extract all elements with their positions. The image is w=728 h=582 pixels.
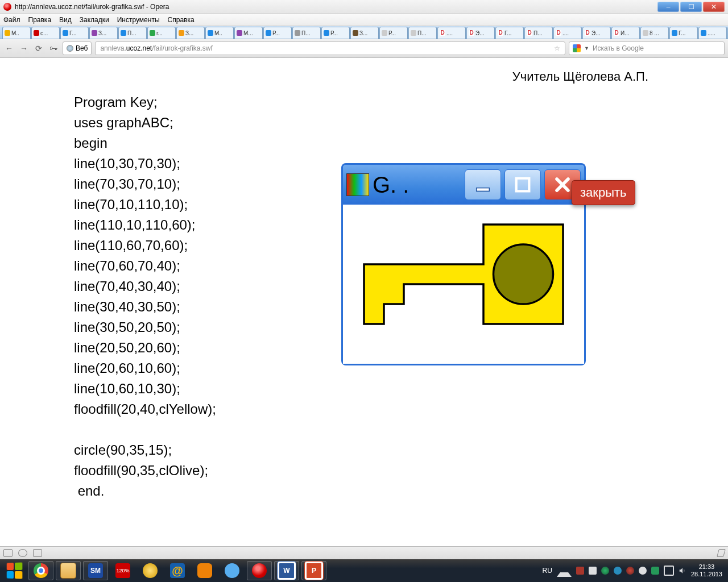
tab-label: Э... — [475, 30, 485, 36]
resize-grip-icon — [717, 549, 726, 557]
browser-tab[interactable]: Г... — [669, 27, 698, 39]
taskbar-opera[interactable] — [247, 561, 272, 580]
taskbar-word[interactable]: W — [274, 561, 299, 580]
window-minimize-button[interactable]: – — [657, 2, 679, 12]
tab-label: Г... — [504, 30, 512, 36]
bookmark-star-icon[interactable]: ☆ — [554, 44, 560, 52]
browser-tab[interactable]: M... — [234, 27, 263, 39]
nav-reload-button[interactable]: ⟳ — [33, 43, 44, 54]
search-placeholder: Искать в Google — [593, 44, 644, 52]
favicon-icon — [701, 30, 706, 36]
taskbar-ok[interactable] — [192, 561, 217, 580]
tray-green-icon[interactable] — [601, 567, 609, 575]
tray-agent-icon[interactable] — [614, 567, 622, 575]
start-button[interactable] — [2, 561, 26, 580]
nav-forward-button[interactable]: → — [18, 43, 30, 54]
browser-tab[interactable]: М.. — [2, 27, 31, 39]
zoom-icon[interactable] — [33, 549, 42, 557]
favicon-icon — [643, 30, 648, 36]
browser-tab[interactable]: ..... — [698, 27, 727, 39]
browser-tab[interactable]: Р... — [321, 27, 350, 39]
taskbar-chrome[interactable] — [28, 561, 53, 580]
favicon-icon — [63, 30, 68, 36]
graphics-minimize-button[interactable] — [465, 169, 501, 200]
menu-edit[interactable]: Правка — [28, 16, 52, 24]
tray-net-icon[interactable] — [664, 566, 674, 576]
browser-tab[interactable]: Р... — [263, 27, 292, 39]
browser-tab[interactable]: П... — [118, 27, 147, 39]
taskbar: SM 120% @ W P RU 21:33 28.11.2013 — [0, 559, 728, 582]
web-badge[interactable]: Веб — [63, 41, 92, 55]
tray-green2-icon[interactable] — [651, 567, 659, 575]
taskbar-app-2[interactable] — [138, 561, 163, 580]
taskbar-explorer[interactable] — [56, 561, 81, 580]
sync-icon[interactable] — [18, 549, 27, 557]
taskbar-app-3[interactable] — [220, 561, 245, 580]
browser-tab[interactable]: DЭ... — [582, 27, 611, 39]
favicon-icon — [382, 30, 387, 36]
taskbar-mailru[interactable]: @ — [165, 561, 190, 580]
browser-tab[interactable]: D.... — [437, 27, 466, 39]
nav-back-button[interactable]: ← — [3, 43, 15, 54]
browser-tab[interactable]: DГ... — [495, 27, 524, 39]
browser-tab[interactable]: П... — [408, 27, 437, 39]
browser-tab[interactable]: М.. — [205, 27, 234, 39]
browser-tab[interactable]: DИ... — [611, 27, 640, 39]
browser-tab[interactable]: П... — [292, 27, 321, 39]
tab-label: 8 ... — [650, 30, 659, 36]
tab-label: М.. — [11, 30, 19, 36]
browser-tab[interactable]: г... — [147, 27, 176, 39]
tab-label: Г... — [679, 30, 686, 36]
tray-shield-icon[interactable] — [576, 567, 584, 575]
url-prefix: annleva. — [100, 44, 126, 52]
browser-tab[interactable]: DЭ... — [466, 27, 495, 39]
menu-tools[interactable]: Инструменты — [117, 16, 160, 24]
graphics-window-title: G. . — [373, 172, 461, 198]
favicon-icon — [34, 30, 39, 36]
browser-tab[interactable]: Г... — [60, 27, 89, 39]
window-close-button[interactable]: ✕ — [703, 2, 725, 12]
tray-flag-icon[interactable] — [589, 567, 597, 575]
graphabc-icon — [346, 173, 369, 196]
opera-icon — [3, 3, 11, 11]
address-field[interactable]: annleva.ucoz.net/fail/urok-grafika.swf ☆ — [95, 41, 565, 55]
taskbar-sm[interactable]: SM — [83, 561, 108, 580]
graphics-maximize-button[interactable] — [504, 169, 541, 200]
taskbar-powerpoint[interactable]: P — [301, 561, 326, 580]
search-field[interactable]: ▼ Искать в Google — [569, 41, 725, 55]
browser-tab[interactable]: З... — [89, 27, 118, 39]
favicon-icon — [353, 30, 358, 36]
tray-clock[interactable]: 21:33 28.11.2013 — [691, 563, 722, 578]
tab-label: П... — [533, 30, 543, 36]
menu-view[interactable]: Вид — [59, 16, 72, 24]
tab-label: .... — [562, 30, 569, 36]
menu-bookmarks[interactable]: Закладки — [80, 16, 109, 24]
browser-tab[interactable]: DП... — [524, 27, 553, 39]
tray-lang[interactable]: RU — [543, 567, 552, 575]
minimize-icon — [473, 175, 493, 194]
nav-wand-button[interactable]: 🗝 — [48, 43, 59, 54]
tab-label: Э... — [592, 30, 601, 36]
page-content: Учитель Щёголева А.П. Program Key; uses … — [0, 58, 728, 559]
browser-tab[interactable]: З... — [350, 27, 379, 39]
window-maximize-button[interactable]: ☐ — [680, 2, 702, 12]
menu-help[interactable]: Справка — [168, 16, 195, 24]
browser-tab[interactable]: D.... — [553, 27, 582, 39]
d-favicon-icon: D — [556, 30, 561, 36]
menu-file[interactable]: Файл — [3, 16, 20, 24]
tray-white-icon[interactable] — [639, 567, 647, 575]
tray-opera-icon[interactable] — [626, 567, 634, 575]
browser-tab[interactable]: с... — [31, 27, 60, 39]
tab-label: И... — [621, 30, 630, 36]
tray-volume-icon[interactable] — [679, 567, 686, 575]
browser-tab[interactable]: 8 ... — [640, 27, 669, 39]
tray-up-icon[interactable] — [557, 564, 572, 577]
browser-tab[interactable]: Р... — [379, 27, 408, 39]
favicon-icon — [208, 30, 213, 36]
browser-tab[interactable]: З... — [176, 27, 205, 39]
taskbar-app-1[interactable]: 120% — [110, 561, 135, 580]
favicon-icon — [266, 30, 271, 36]
panel-icon[interactable] — [3, 549, 13, 557]
teacher-label: Учитель Щёголева А.П. — [512, 69, 648, 84]
svg-rect-1 — [516, 178, 530, 192]
